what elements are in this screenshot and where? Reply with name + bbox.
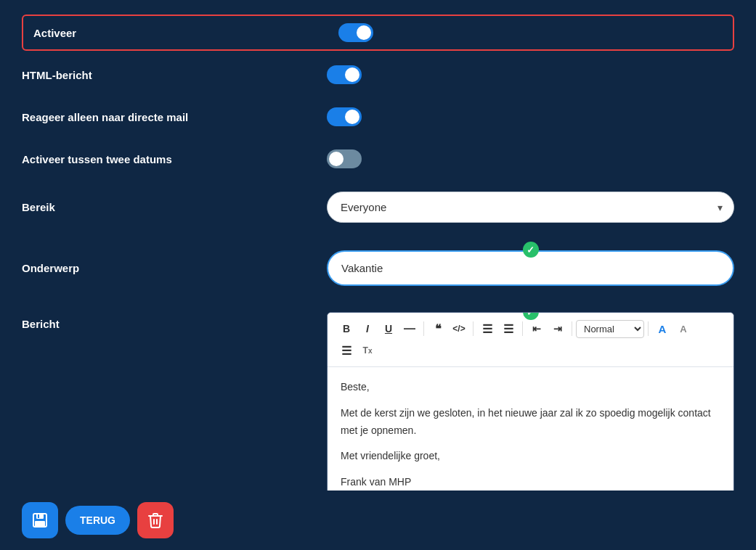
bold-button[interactable]: B [336, 319, 357, 339]
align-button[interactable]: ☰ [336, 340, 357, 361]
svg-rect-2 [35, 521, 45, 527]
reageer-toggle-wrapper [327, 107, 734, 126]
activeer-datums-toggle-slider [327, 149, 362, 168]
activeer-datums-toggle-wrapper [327, 149, 734, 168]
html-bericht-toggle-wrapper [327, 65, 734, 84]
editor-line-2: Met de kerst zijn we gesloten, in het ni… [341, 405, 720, 440]
activeer-toggle[interactable] [338, 23, 373, 42]
html-bericht-toggle[interactable] [327, 65, 362, 84]
font-color-button[interactable]: A [652, 319, 672, 339]
bereik-label: Bereik [22, 201, 327, 213]
trash-icon [147, 512, 164, 529]
code-button[interactable]: </> [449, 319, 469, 339]
toolbar-inner: B I U — ❝ </> ☰ ☰ ⇤ ⇥ [336, 319, 725, 361]
html-bericht-row: HTML-bericht [22, 54, 734, 96]
indent-right-button[interactable]: ⇥ [548, 319, 568, 339]
reageer-row: Reageer alleen naar directe mail [22, 96, 734, 138]
activeer-datums-row: Activeer tussen twee datums [22, 138, 734, 180]
bericht-label: Bericht [22, 312, 327, 330]
onderwerp-input-wrapper: ✓ [327, 250, 734, 286]
toolbar-line-1: B I U — ❝ </> ☰ ☰ ⇤ ⇥ [336, 319, 725, 339]
onderwerp-label: Onderwerp [22, 262, 327, 274]
activeer-toggle-wrapper [338, 23, 723, 42]
blockquote-button[interactable]: ❝ [428, 319, 448, 339]
activeer-label: Activeer [33, 27, 338, 39]
onderwerp-check-icon: ✓ [523, 242, 539, 258]
html-bericht-toggle-slider [327, 65, 362, 84]
toolbar-divider-4 [572, 321, 572, 336]
save-icon [31, 512, 49, 529]
reageer-label: Reageer alleen naar directe mail [22, 111, 327, 123]
list-unordered-button[interactable]: ☰ [477, 319, 497, 339]
svg-rect-1 [36, 514, 44, 519]
clear-format-button[interactable]: Tx [357, 340, 378, 361]
indent-left-button[interactable]: ⇤ [527, 319, 547, 339]
svg-rect-3 [38, 514, 39, 518]
underline-button[interactable]: U [378, 319, 399, 339]
bereik-dropdown-container: Everyone Contacts only No one ▾ [327, 192, 734, 223]
editor-line-1: Beste, [341, 379, 720, 396]
format-select[interactable]: Normal Heading 1 Heading 2 [576, 320, 644, 338]
action-bar: TERUG [0, 491, 756, 550]
italic-button[interactable]: I [357, 319, 378, 339]
editor-line-3: Met vriendelijke groet, [341, 448, 720, 465]
list-ordered-button[interactable]: ☰ [498, 319, 519, 339]
editor-line-4: Frank van MHP [341, 474, 720, 491]
toolbar-line-2: ☰ Tx [336, 340, 725, 361]
save-button[interactable] [22, 502, 58, 538]
activeer-row: Activeer [22, 15, 734, 51]
main-form: Activeer HTML-bericht Reageer alleen naa… [0, 0, 756, 550]
toolbar-divider-5 [648, 321, 649, 336]
bereik-row: Bereik Everyone Contacts only No one ▾ [22, 180, 734, 234]
onderwerp-row: Onderwerp ✓ [22, 239, 734, 297]
reageer-toggle-slider [327, 107, 362, 126]
activeer-datums-label: Activeer tussen twee datums [22, 153, 327, 165]
editor-toolbar: B I U — ❝ </> ☰ ☰ ⇤ ⇥ [328, 313, 733, 367]
toolbar-divider-3 [522, 321, 523, 336]
toolbar-divider-2 [473, 321, 473, 336]
back-label: TERUG [80, 514, 115, 526]
font-size-button[interactable]: A [673, 319, 694, 339]
bereik-select-wrapper: Everyone Contacts only No one ▾ [327, 192, 734, 223]
toolbar-divider-1 [423, 321, 424, 336]
bereik-select[interactable]: Everyone Contacts only No one [327, 192, 734, 223]
activeer-datums-toggle[interactable] [327, 149, 362, 168]
html-bericht-label: HTML-bericht [22, 69, 327, 81]
back-button[interactable]: TERUG [65, 506, 130, 535]
reageer-toggle[interactable] [327, 107, 362, 126]
strikethrough-button[interactable]: — [399, 319, 420, 339]
activeer-toggle-slider [338, 23, 373, 42]
delete-button[interactable] [137, 502, 174, 538]
